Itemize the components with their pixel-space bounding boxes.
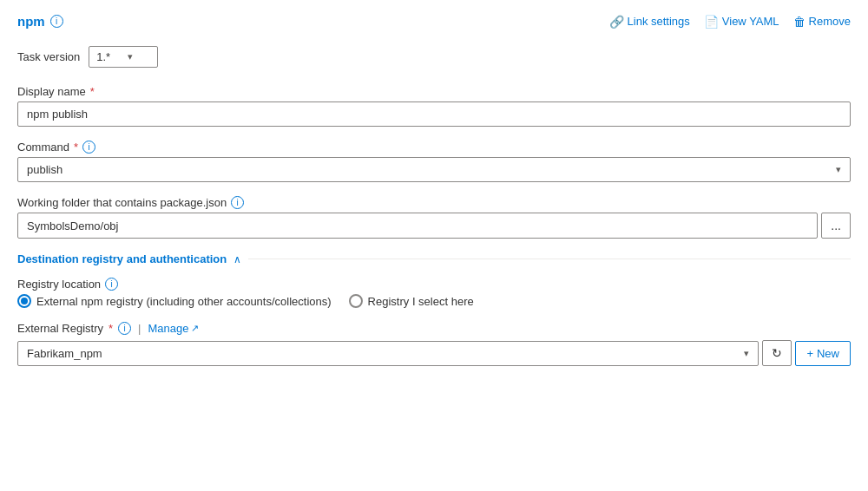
command-info-icon[interactable]: i (82, 141, 95, 154)
radio-select-here[interactable]: Registry I select here (349, 294, 474, 308)
registry-location-field: Registry location i External npm registr… (17, 278, 851, 308)
external-registry-required: * (108, 322, 113, 335)
ellipsis-icon: ... (831, 219, 841, 232)
task-version-value: 1.* (96, 50, 110, 63)
external-registry-select[interactable]: Fabrikam_npm ▾ (17, 341, 759, 366)
command-field: Command * i publish ▾ (17, 141, 851, 182)
working-folder-input[interactable] (17, 213, 818, 239)
working-folder-label: Working folder that contains package.jso… (17, 196, 851, 209)
working-folder-field: Working folder that contains package.jso… (17, 196, 851, 239)
working-folder-info-icon[interactable]: i (231, 196, 244, 209)
task-version-row: Task version 1.* ▾ (17, 46, 851, 68)
command-chevron-icon: ▾ (836, 164, 841, 175)
external-registry-field: External Registry * i | Manage ↗ Fabrika… (17, 322, 851, 366)
registry-location-info-icon[interactable]: i (105, 278, 118, 291)
display-name-label: Display name * (17, 85, 851, 98)
external-registry-info-icon[interactable]: i (118, 322, 131, 335)
new-label: New (817, 347, 839, 360)
header-actions: 🔗 Link settings 📄 View YAML 🗑 Remove (609, 15, 851, 29)
chevron-down-icon: ▾ (128, 51, 133, 62)
working-folder-browse-button[interactable]: ... (821, 213, 851, 239)
header-left: npm i (17, 14, 63, 29)
trash-icon: 🗑 (793, 15, 806, 29)
refresh-button[interactable]: ↻ (762, 340, 792, 366)
link-icon: 🔗 (609, 15, 624, 29)
new-button[interactable]: + New (795, 341, 851, 366)
command-label: Command * i (17, 141, 851, 154)
command-select[interactable]: publish ▾ (17, 157, 851, 182)
link-settings-label: Link settings (628, 15, 690, 28)
refresh-icon: ↻ (772, 346, 782, 360)
pipe-separator: | (138, 322, 141, 335)
view-yaml-label: View YAML (722, 15, 779, 28)
external-registry-chevron-icon: ▾ (744, 348, 749, 359)
link-settings-button[interactable]: 🔗 Link settings (609, 15, 690, 29)
collapse-icon[interactable]: ∧ (233, 253, 241, 265)
command-value: publish (27, 163, 62, 176)
display-name-required: * (90, 85, 95, 98)
radio-external-npm-label: External npm registry (including other a… (36, 295, 332, 308)
external-registry-value: Fabrikam_npm (27, 347, 102, 360)
task-version-label: Task version (17, 50, 80, 63)
radio-external-npm-circle (17, 294, 31, 308)
registry-location-radio-group: External npm registry (including other a… (17, 294, 851, 308)
radio-external-npm[interactable]: External npm registry (including other a… (17, 294, 332, 308)
radio-select-here-label: Registry I select here (368, 295, 474, 308)
remove-label: Remove (809, 15, 851, 28)
npm-info-icon[interactable]: i (50, 15, 63, 28)
radio-select-here-circle (349, 294, 363, 308)
header-row: npm i 🔗 Link settings 📄 View YAML 🗑 Remo… (17, 14, 851, 29)
section-title: Destination registry and authentication (17, 252, 227, 265)
external-registry-label: External Registry (17, 322, 103, 335)
remove-button[interactable]: 🗑 Remove (793, 15, 851, 29)
manage-link[interactable]: Manage ↗ (148, 322, 199, 335)
external-link-icon: ↗ (191, 323, 199, 334)
section-header: Destination registry and authentication … (17, 252, 851, 265)
task-version-select[interactable]: 1.* ▾ (89, 46, 158, 68)
display-name-input[interactable] (17, 101, 851, 127)
registry-location-label: Registry location i (17, 278, 851, 291)
external-registry-label-row: External Registry * i | Manage ↗ (17, 322, 851, 335)
command-required: * (74, 141, 78, 154)
section-divider (248, 259, 851, 259)
plus-icon: + (806, 347, 813, 360)
external-registry-dropdown-row: Fabrikam_npm ▾ ↻ + New (17, 340, 851, 366)
yaml-icon: 📄 (704, 15, 719, 29)
view-yaml-button[interactable]: 📄 View YAML (704, 15, 779, 29)
working-folder-input-row: ... (17, 213, 851, 239)
page-title: npm (17, 14, 45, 29)
manage-label: Manage (148, 322, 188, 335)
display-name-field: Display name * (17, 85, 851, 127)
